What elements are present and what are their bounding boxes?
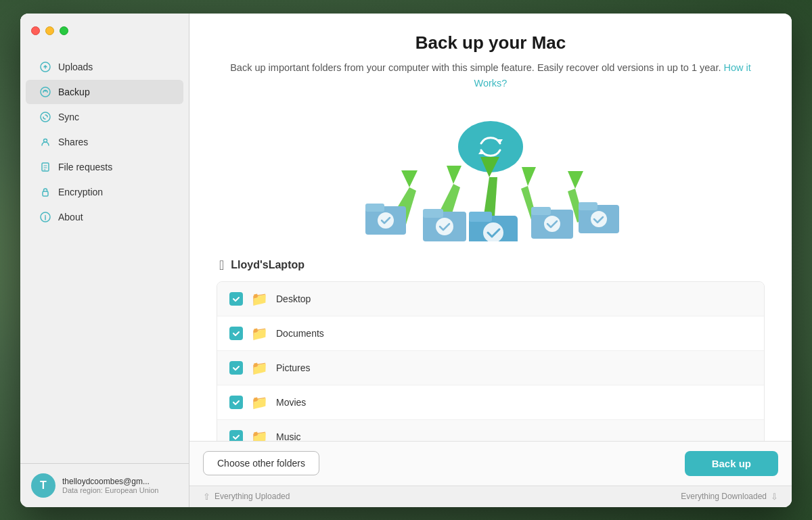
user-email: thelloydcoombes@gm...	[62, 477, 158, 486]
sidebar-item-about[interactable]: About	[26, 205, 183, 229]
checkbox-pictures[interactable]	[229, 361, 243, 375]
folder-name-music: Music	[276, 431, 301, 441]
svg-rect-29	[579, 202, 597, 210]
page-description: Back up important folders from your comp…	[217, 60, 765, 91]
folder-item-desktop[interactable]: 📁 Desktop	[217, 282, 764, 316]
checkbox-music[interactable]	[229, 430, 243, 441]
svg-rect-5	[43, 191, 48, 196]
avatar: T	[31, 473, 55, 498]
download-status-label: Everything Downloaded	[681, 492, 767, 501]
svg-marker-12	[447, 166, 461, 184]
svg-marker-14	[522, 167, 536, 186]
folder-name-desktop: Desktop	[276, 293, 311, 304]
sidebar-nav: Uploads Backup	[20, 49, 189, 463]
sidebar-footer: T thelloydcoombes@gm... Data region: Eur…	[20, 463, 189, 507]
uploads-icon	[39, 61, 51, 73]
maximize-button[interactable]	[60, 26, 68, 35]
sidebar-item-shares[interactable]: Shares	[26, 130, 183, 154]
folder-name-documents: Documents	[276, 328, 324, 339]
svg-marker-15	[568, 171, 583, 189]
user-region: Data region: European Union	[62, 486, 158, 494]
backup-illustration	[217, 106, 765, 241]
checkbox-desktop[interactable]	[229, 292, 243, 306]
sidebar-item-encryption[interactable]: Encryption	[26, 180, 183, 204]
sidebar-item-about-label: About	[58, 212, 83, 222]
sidebar-item-backup-label: Backup	[58, 87, 90, 97]
main-content: Back up your Mac Back up important folde…	[189, 14, 792, 441]
download-status-icon: ⇩	[771, 492, 778, 502]
sidebar-item-encryption-label: Encryption	[58, 187, 103, 197]
svg-rect-20	[423, 209, 443, 218]
svg-point-1	[41, 87, 50, 97]
page-title: Back up your Mac	[217, 32, 765, 53]
folder-icon-movies: 📁	[251, 394, 268, 410]
device-label:  Lloyd'sLaptop	[217, 258, 765, 273]
about-icon	[39, 211, 51, 223]
svg-point-30	[591, 211, 607, 227]
sidebar: Uploads Backup	[20, 14, 189, 507]
sidebar-item-shares-label: Shares	[58, 137, 88, 147]
titlebar	[20, 14, 189, 49]
shares-icon	[39, 136, 51, 148]
main-panel: Back up your Mac Back up important folde…	[189, 14, 792, 507]
backup-button[interactable]: Back up	[685, 451, 778, 476]
apple-icon: 	[219, 258, 224, 273]
folder-list: 📁 Desktop 📁 Documents 📁 Pictures	[217, 281, 765, 441]
status-bar: ⇧ Everything Uploaded Everything Downloa…	[189, 486, 792, 507]
sidebar-item-file-requests-label: File requests	[58, 162, 112, 172]
folder-item-documents[interactable]: 📁 Documents	[217, 316, 764, 351]
svg-point-18	[378, 212, 394, 229]
folder-icon-desktop: 📁	[251, 291, 268, 307]
folder-icon-pictures: 📁	[251, 360, 268, 376]
sidebar-item-sync[interactable]: Sync	[26, 105, 183, 129]
folder-item-pictures[interactable]: 📁 Pictures	[217, 351, 764, 385]
user-info: thelloydcoombes@gm... Data region: Europ…	[62, 477, 158, 494]
encryption-icon	[39, 186, 51, 198]
svg-rect-23	[469, 212, 492, 222]
folder-item-movies[interactable]: 📁 Movies	[217, 385, 764, 420]
device-name: Lloyd'sLaptop	[231, 259, 304, 271]
sidebar-item-file-requests[interactable]: File requests	[26, 155, 183, 179]
svg-rect-26	[531, 207, 551, 215]
download-status: Everything Downloaded ⇩	[681, 492, 778, 502]
file-requests-icon	[39, 161, 51, 173]
svg-point-27	[544, 216, 560, 232]
checkbox-documents[interactable]	[229, 327, 243, 340]
svg-point-2	[41, 112, 50, 122]
app-window: Uploads Backup	[20, 14, 792, 507]
sync-icon	[39, 111, 51, 123]
upload-status-icon: ⇧	[203, 492, 210, 502]
sidebar-item-uploads[interactable]: Uploads	[26, 55, 183, 79]
sidebar-item-uploads-label: Uploads	[58, 62, 93, 72]
folder-item-music[interactable]: 📁 Music	[217, 420, 764, 441]
minimize-button[interactable]	[45, 26, 54, 35]
sidebar-item-backup[interactable]: Backup	[26, 80, 183, 104]
choose-other-folders-button[interactable]: Choose other folders	[203, 451, 319, 475]
svg-point-21	[436, 218, 453, 235]
sidebar-item-sync-label: Sync	[58, 112, 79, 122]
folder-name-movies: Movies	[276, 397, 306, 408]
folder-icon-music: 📁	[251, 429, 268, 441]
backup-icon	[39, 86, 51, 98]
checkbox-movies[interactable]	[229, 396, 243, 409]
folder-icon-documents: 📁	[251, 325, 268, 341]
svg-rect-17	[365, 204, 384, 212]
upload-status-label: Everything Uploaded	[215, 492, 290, 501]
close-button[interactable]	[31, 26, 40, 35]
folder-name-pictures: Pictures	[276, 362, 311, 373]
bottom-action-bar: Choose other folders Back up	[189, 441, 792, 486]
upload-status: ⇧ Everything Uploaded	[203, 492, 290, 502]
svg-marker-11	[401, 170, 418, 187]
